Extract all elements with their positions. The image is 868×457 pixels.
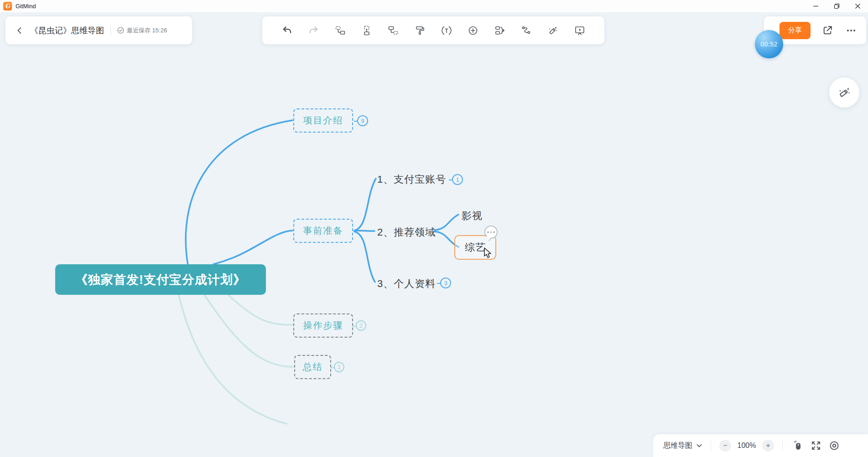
zoom-level-value: 100% xyxy=(736,442,758,450)
edge-root-xiangmu xyxy=(186,120,292,265)
insert-parent-node-button[interactable] xyxy=(359,22,375,39)
canvas-status-bar: 思维导图 − 100% + xyxy=(653,434,868,457)
format-painter-button[interactable] xyxy=(412,22,428,39)
mindmap-node-caozuo[interactable]: 操作步骤 xyxy=(293,313,353,338)
insert-child-node-button[interactable] xyxy=(385,22,401,39)
zoom-in-button[interactable]: + xyxy=(762,440,774,452)
save-status-text: 最近保存 15:26 xyxy=(127,26,167,35)
divider xyxy=(110,26,111,35)
presentation-button[interactable] xyxy=(572,22,588,39)
play-board-icon xyxy=(574,25,585,36)
node-parent-icon xyxy=(361,25,372,36)
edge-shiqian-geren xyxy=(354,231,375,282)
restore-button[interactable] xyxy=(826,0,847,12)
layout-mode-select[interactable]: 思维导图 xyxy=(663,441,702,451)
mindmap-node-tuijian[interactable]: 2、推荐领域 xyxy=(377,226,436,239)
magic-wand-icon xyxy=(837,86,851,99)
gitmind-logo-icon: G xyxy=(3,2,12,10)
ai-wand-fab[interactable] xyxy=(829,77,859,108)
edge-root-shiqian xyxy=(213,231,292,264)
edge-root-caozuo xyxy=(228,295,292,325)
collapsed-count-badge[interactable]: 2 xyxy=(356,320,366,331)
export-button[interactable] xyxy=(821,24,834,37)
mindmap-node-zhifubao[interactable]: 1、支付宝账号 xyxy=(377,173,446,186)
node-more-button[interactable] xyxy=(484,226,498,239)
export-icon xyxy=(822,25,833,36)
close-button[interactable] xyxy=(847,0,868,12)
node-child-icon xyxy=(388,25,399,36)
text-tool-button[interactable] xyxy=(438,22,455,39)
chevron-down-icon xyxy=(696,442,702,449)
mouse-mode-button[interactable] xyxy=(791,439,805,452)
paint-roller-icon xyxy=(415,25,426,36)
collapsed-count-badge[interactable]: 9 xyxy=(357,115,368,126)
relation-line-button[interactable] xyxy=(518,22,535,39)
edge-root-zongjie xyxy=(204,295,293,367)
undo-arrow-icon xyxy=(282,25,292,36)
redo-arrow-icon xyxy=(308,25,319,36)
mindmap-node-yingshi[interactable]: 影视 xyxy=(462,209,483,223)
divider xyxy=(711,441,711,451)
node-sibling-icon xyxy=(335,25,346,36)
mouse-mode-icon xyxy=(792,440,803,451)
mindmap-root-node[interactable]: 《独家首发!支付宝分成计划》 xyxy=(55,264,266,295)
edge-shiqian-tuijian xyxy=(354,231,374,231)
fit-screen-icon xyxy=(811,440,821,451)
mindmap-node-shiqian[interactable]: 事前准备 xyxy=(293,219,353,243)
edge-shiqian-zhifubao xyxy=(354,179,376,231)
edge-root-hidden-branch xyxy=(179,295,286,424)
check-circle-icon xyxy=(117,27,124,34)
insert-element-button[interactable] xyxy=(465,22,481,39)
save-status: 最近保存 15:26 xyxy=(117,26,167,35)
document-title[interactable]: 《昆虫记》思维导图 xyxy=(30,25,104,36)
summary-brace-icon xyxy=(494,25,505,36)
insert-sibling-node-button[interactable] xyxy=(332,22,348,39)
redo-button[interactable] xyxy=(306,22,322,39)
relation-curve-icon xyxy=(521,25,532,36)
main-toolbar xyxy=(262,16,604,44)
session-timer-badge[interactable]: 00:52 xyxy=(755,30,783,58)
mindmap-node-geren[interactable]: 3、个人资料 xyxy=(377,277,436,291)
divider xyxy=(782,441,783,451)
collapsed-count-badge[interactable]: 1 xyxy=(334,362,344,372)
magic-wand-icon xyxy=(547,25,558,36)
summary-button[interactable] xyxy=(492,22,508,39)
ellipsis-icon xyxy=(846,25,857,36)
ai-assistant-button[interactable] xyxy=(545,22,561,39)
minimize-button[interactable] xyxy=(805,0,826,12)
mindmap-node-xiangmu[interactable]: 项目介绍 xyxy=(293,108,353,133)
collapsed-count-badge[interactable]: 3 xyxy=(440,277,451,288)
os-titlebar: G GitMind xyxy=(0,0,868,12)
plus-circle-icon xyxy=(468,25,478,36)
undo-button[interactable] xyxy=(279,22,295,39)
text-T-icon xyxy=(441,25,452,36)
more-options-button[interactable] xyxy=(844,24,858,37)
focus-mode-button[interactable] xyxy=(827,439,841,452)
share-button[interactable]: 分享 xyxy=(780,22,811,39)
window-controls xyxy=(805,0,868,12)
focus-mode-icon xyxy=(829,440,840,451)
ellipsis-icon xyxy=(487,231,495,233)
layout-mode-label: 思维导图 xyxy=(663,441,692,451)
gitmind-window: G GitMind xyxy=(0,0,868,457)
edge-tuijian-yingshi xyxy=(435,215,458,230)
mindmap-node-zongjie[interactable]: 总结 xyxy=(294,355,331,379)
app-title: GitMind xyxy=(16,3,36,10)
back-button[interactable] xyxy=(14,25,26,36)
document-header-card: 《昆虫记》思维导图 最近保存 15:26 xyxy=(5,16,192,44)
zoom-out-button[interactable]: − xyxy=(719,440,731,452)
fit-screen-button[interactable] xyxy=(809,439,823,452)
collapsed-count-badge[interactable]: 1 xyxy=(452,174,463,185)
timer-value: 00:52 xyxy=(760,41,778,48)
